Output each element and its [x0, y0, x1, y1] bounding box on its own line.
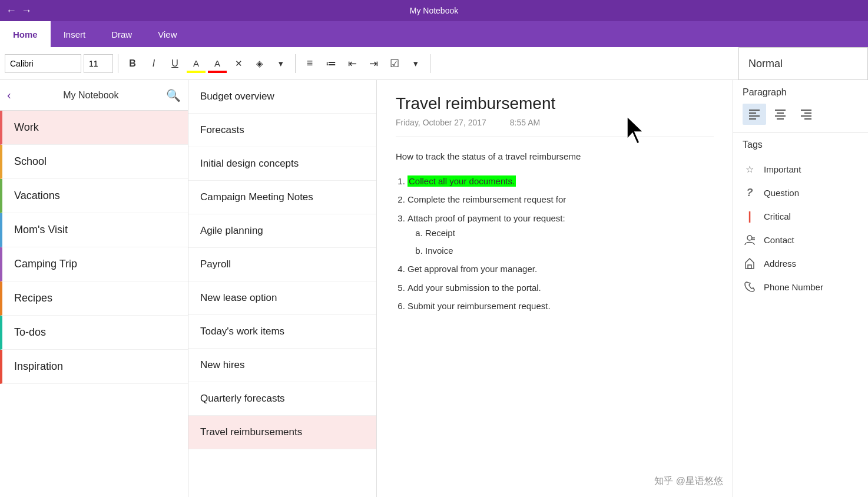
page-quarterly[interactable]: Quarterly forecasts — [188, 382, 376, 416]
page-agile[interactable]: Agile planning — [188, 214, 376, 248]
back-arrow[interactable]: ← — [6, 5, 16, 17]
section-item-work[interactable]: Work — [0, 111, 188, 145]
clear-formatting-button[interactable]: ✕ — [229, 54, 248, 73]
section-item-inspiration[interactable]: Inspiration — [0, 350, 188, 384]
phone-icon — [743, 280, 757, 294]
app-title: My Notebook — [410, 6, 458, 15]
toolbar-sep-3 — [430, 54, 430, 73]
tag-address[interactable]: Address — [743, 251, 859, 275]
page-todays-work[interactable]: Today's work items — [188, 315, 376, 349]
align-left-button[interactable] — [743, 104, 766, 125]
address-icon — [743, 256, 757, 270]
sub-step-b: Invoice — [425, 243, 714, 259]
toolbar: B I U A A ✕ ◈ ▾ ≡ ≔ ⇤ ⇥ ☑ ▾ Normal — [0, 47, 868, 80]
font-name-input[interactable] — [5, 54, 81, 73]
page-new-lease[interactable]: New lease option — [188, 281, 376, 315]
normal-style-label: Normal — [748, 58, 783, 70]
sub-list: Receipt Invoice — [425, 226, 714, 258]
main-layout: ‹ My Notebook 🔍 Work School Vacations Mo… — [0, 80, 868, 497]
highlighted-text: Collect all your documents. — [408, 175, 516, 187]
font-color-bar — [208, 71, 227, 73]
section-item-recipes[interactable]: Recipes — [0, 281, 188, 316]
section-item-vacations[interactable]: Vacations — [0, 179, 188, 213]
tag-contact[interactable]: Contact — [743, 228, 859, 251]
tag-important[interactable]: ☆ Important — [743, 157, 859, 181]
align-center-button[interactable] — [768, 104, 792, 125]
numbered-list: Collect all your documents. Complete the… — [408, 174, 714, 314]
title-bar: ← → My Notebook — [0, 0, 868, 21]
sub-step-a: Receipt — [425, 226, 714, 241]
content-time: 8:55 AM — [510, 118, 540, 127]
italic-button[interactable]: I — [144, 54, 163, 73]
section-item-camping[interactable]: Camping Trip — [0, 247, 188, 281]
tags-label: Tags — [743, 140, 859, 150]
tag-question[interactable]: ? Question — [743, 181, 859, 204]
bold-button[interactable]: B — [123, 54, 142, 73]
right-panel: Paragraph Tags ☆ Important ? Q — [733, 80, 868, 497]
tag-critical-label: Critical — [764, 211, 791, 221]
step-6: Submit your reimbursement request. — [408, 299, 714, 314]
question-icon: ? — [743, 185, 757, 200]
menu-view[interactable]: View — [145, 21, 190, 47]
section-item-school[interactable]: School — [0, 145, 188, 179]
content-body: How to track the status of a travel reim… — [396, 149, 714, 314]
tag-phone-label: Phone Number — [764, 282, 823, 292]
align-buttons — [743, 104, 859, 125]
step-3: Attach proof of payment to your request:… — [408, 211, 714, 259]
tag-phone[interactable]: Phone Number — [743, 275, 859, 299]
step-5: Add your submission to the portal. — [408, 280, 714, 296]
font-color-icon: A — [214, 58, 220, 68]
pages-panel: Budget overview Forecasts Initial design… — [188, 80, 377, 497]
content-title: Travel reimbursement — [396, 94, 714, 113]
menu-bar: Home Insert Draw View — [0, 21, 868, 47]
paragraph-label: Paragraph — [743, 87, 859, 98]
checkbox-button[interactable]: ☑ — [385, 54, 404, 73]
decrease-indent-button[interactable]: ⇤ — [343, 54, 362, 73]
watermark: 知乎 @星语悠悠 — [654, 475, 723, 488]
section-item-moms-visit[interactable]: Mom's Visit — [0, 213, 188, 247]
back-button[interactable]: ‹ — [7, 88, 11, 102]
step-4: Get approval from your manager. — [408, 261, 714, 277]
nav-arrows: ← → — [6, 5, 32, 17]
font-size-input[interactable] — [84, 54, 113, 73]
sections-panel: ‹ My Notebook 🔍 Work School Vacations Mo… — [0, 80, 188, 497]
more-list-button[interactable]: ▾ — [406, 54, 425, 73]
paragraph-section: Paragraph — [733, 80, 868, 132]
font-color-button[interactable]: A — [208, 54, 227, 73]
toolbar-sep-2 — [295, 54, 296, 73]
content-intro: How to track the status of a travel reim… — [396, 149, 714, 164]
highlight-button[interactable]: A — [187, 54, 206, 73]
contact-icon — [743, 233, 757, 247]
forward-arrow[interactable]: → — [21, 5, 32, 17]
increase-indent-button[interactable]: ⇥ — [364, 54, 383, 73]
page-campaign[interactable]: Campaign Meeting Notes — [188, 181, 376, 214]
sections-header: ‹ My Notebook 🔍 — [0, 80, 188, 111]
section-item-todos[interactable]: To-dos — [0, 316, 188, 350]
more-formatting-button[interactable]: ▾ — [271, 54, 290, 73]
tags-section: Tags ☆ Important ? Question | Critical — [733, 132, 868, 497]
page-new-hires[interactable]: New hires — [188, 349, 376, 382]
align-right-button[interactable] — [794, 104, 818, 125]
page-budget-overview[interactable]: Budget overview — [188, 80, 376, 114]
page-forecasts[interactable]: Forecasts — [188, 114, 376, 147]
numbered-list-button[interactable]: ≔ — [322, 54, 340, 73]
bullet-list-button[interactable]: ≡ — [300, 54, 319, 73]
menu-home[interactable]: Home — [0, 21, 51, 47]
page-payroll[interactable]: Payroll — [188, 248, 376, 281]
page-initial-design[interactable]: Initial design concepts — [188, 147, 376, 181]
format-painter-button[interactable]: ◈ — [250, 54, 269, 73]
search-button[interactable]: 🔍 — [166, 88, 181, 102]
tag-critical[interactable]: | Critical — [743, 204, 859, 228]
underline-button[interactable]: U — [165, 54, 184, 73]
notebook-title: My Notebook — [16, 90, 166, 101]
menu-insert[interactable]: Insert — [51, 21, 99, 47]
tag-important-label: Important — [764, 164, 801, 174]
section-list: Work School Vacations Mom's Visit Campin… — [0, 111, 188, 497]
highlight-bar — [187, 71, 206, 73]
important-icon: ☆ — [743, 162, 757, 176]
step-1: Collect all your documents. — [408, 174, 714, 189]
normal-style-box[interactable]: Normal — [738, 47, 868, 80]
page-travel[interactable]: Travel reimbursements — [188, 416, 376, 449]
svg-rect-16 — [748, 265, 751, 269]
menu-draw[interactable]: Draw — [98, 21, 145, 47]
